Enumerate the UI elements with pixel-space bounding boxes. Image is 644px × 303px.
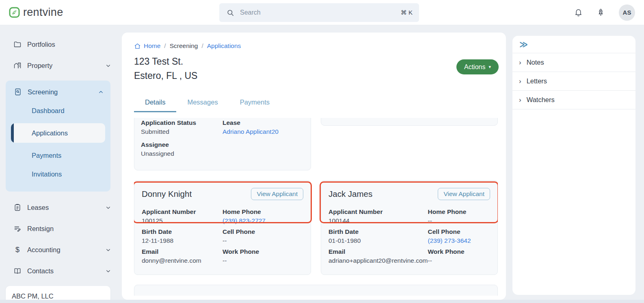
signature-icon [13, 225, 22, 233]
chevron-right-icon: › [519, 96, 521, 104]
breadcrumb-screening: Screening [170, 42, 198, 50]
horizontal-scrollbar-track[interactable] [0, 300, 644, 303]
field-value: -- [428, 257, 490, 264]
applicant-name: Donny Knight [142, 189, 192, 199]
sidebar-item-invitations[interactable]: Invitations [6, 168, 110, 180]
field-value: -- [223, 237, 303, 244]
applicant-name: Jack James [328, 189, 372, 199]
chevron-down-icon [105, 268, 111, 274]
lease-link[interactable]: Adriano Applicant20 [223, 128, 304, 135]
tab-payments[interactable]: Payments [229, 94, 281, 112]
tab-messages[interactable]: Messages [176, 94, 229, 112]
field-value: adriano+applicant20@rentvine.com [328, 257, 428, 264]
sidebar-item-label: Screening [28, 88, 58, 96]
breadcrumb-home-link[interactable]: Home [134, 42, 160, 50]
sidebar-item-leases[interactable]: Leases [0, 201, 122, 214]
view-applicant-button[interactable]: View Applicant [251, 188, 303, 200]
sidebar-item-label: Payments [32, 152, 61, 159]
applicant-card-jack-james: Jack James View Applicant Applicant Numb… [321, 180, 498, 275]
clipboard-icon [13, 203, 22, 211]
details-tab-content: Application Status Submitted Assignee Un… [134, 118, 498, 296]
assignee-value: Unassigned [141, 150, 223, 157]
phone-link[interactable]: (239) 273-3642 [428, 237, 490, 244]
sidebar-item-label: Property [27, 62, 52, 70]
user-avatar[interactable]: AS [619, 4, 635, 21]
chevron-right-icon: › [519, 59, 521, 67]
panel-item-watchers[interactable]: › Watchers [512, 91, 635, 109]
view-applicant-button[interactable]: View Applicant [438, 188, 490, 200]
address-line-1: 123 Test St. [134, 54, 498, 69]
panel-item-label: Letters [527, 77, 547, 85]
chevron-down-icon [105, 63, 111, 69]
panel-item-label: Watchers [527, 96, 555, 104]
global-search[interactable]: ⌘ K [219, 3, 419, 22]
brand-logo[interactable]: rentvine [9, 6, 63, 19]
actions-button[interactable]: Actions ▾ [456, 59, 499, 74]
sidebar-item-dashboard[interactable]: Dashboard [6, 105, 110, 117]
right-side-panel: ≫ › Notes › Letters › Watchers [512, 36, 635, 295]
field-label: Cell Phone [428, 228, 490, 235]
field-label: Home Phone [223, 208, 303, 216]
collapse-panel-button[interactable]: ≫ [512, 36, 635, 53]
chevron-up-icon [98, 89, 104, 95]
double-chevron-right-icon: ≫ [519, 39, 528, 49]
clipped-card [321, 118, 498, 126]
folder-icon [13, 40, 22, 48]
sidebar-item-contacts[interactable]: Contacts [0, 265, 122, 277]
field-value: -- [223, 257, 303, 264]
field-label: Work Phone [223, 248, 303, 255]
sidebar-item-applications[interactable]: Applications [11, 123, 105, 143]
assignee-label: Assignee [141, 141, 223, 148]
field-value: 100125 [142, 217, 223, 225]
panel-item-notes[interactable]: › Notes [512, 53, 635, 72]
sidebar-item-portfolios[interactable]: Portfolios [0, 38, 122, 50]
chevron-down-icon [105, 247, 111, 253]
field-value: 12-11-1988 [142, 237, 223, 244]
caret-down-icon: ▾ [488, 65, 491, 69]
book-icon [13, 267, 22, 275]
sidebar-item-label: Applications [32, 129, 68, 137]
sidebar-item-label: Invitations [32, 170, 62, 178]
tab-bar: Details Messages Payments [134, 94, 498, 112]
sidebar-item-property[interactable]: Property [0, 59, 122, 72]
screening-section: Screening Dashboard Applications Payment… [6, 81, 110, 192]
breadcrumb-applications-link[interactable]: Applications [207, 42, 241, 50]
breadcrumb-separator: / [164, 42, 166, 50]
sidebar-item-accounting[interactable]: $ Accounting [0, 244, 122, 256]
chevron-down-icon [105, 205, 111, 211]
whats-new-rocket-icon[interactable] [596, 8, 605, 17]
sidebar-item-label: Leases [27, 204, 49, 211]
lease-label: Lease [223, 119, 304, 126]
sidebar-item-rentsign[interactable]: Rentsign [0, 222, 122, 235]
field-label: Work Phone [428, 248, 490, 255]
applicant-card-donny-knight: Donny Knight View Applicant Applicant Nu… [134, 180, 311, 275]
sidebar-item-label: Portfolios [27, 41, 55, 48]
field-label: Applicant Number [328, 208, 428, 216]
search-input[interactable] [239, 9, 396, 17]
field-label: Email [142, 248, 223, 255]
field-label: Home Phone [428, 208, 490, 216]
document-search-icon [13, 88, 22, 96]
breadcrumb: Home / Screening / Applications [134, 42, 498, 50]
search-shortcut: ⌘ K [401, 9, 413, 16]
address-line-2: Estero, FL , US [134, 69, 498, 83]
sidebar-item-screening[interactable]: Screening [6, 86, 110, 98]
panel-item-letters[interactable]: › Letters [512, 72, 635, 91]
sidebar-item-label: Accounting [27, 246, 61, 254]
field-value: 100144 [328, 217, 428, 225]
field-label: Birth Date [328, 228, 428, 235]
application-status-label: Application Status [141, 119, 223, 126]
application-summary-card: Application Status Submitted Assignee Un… [134, 118, 311, 170]
phone-link[interactable]: (239) 823-2727 [223, 217, 303, 225]
sidebar-item-payments[interactable]: Payments [6, 149, 110, 161]
page-title: 123 Test St. Estero, FL , US [134, 54, 498, 83]
top-bar: rentvine ⌘ K AS [0, 0, 644, 25]
tab-details[interactable]: Details [134, 94, 176, 112]
breadcrumb-separator: / [201, 42, 203, 50]
field-label: Applicant Number [142, 208, 223, 216]
rentvine-leaf-icon [9, 7, 20, 18]
sidebar-item-label: Dashboard [32, 107, 65, 115]
notifications-bell-icon[interactable] [574, 8, 583, 17]
chevron-right-icon: › [519, 77, 521, 85]
sidebar-item-label: Rentsign [27, 225, 54, 233]
